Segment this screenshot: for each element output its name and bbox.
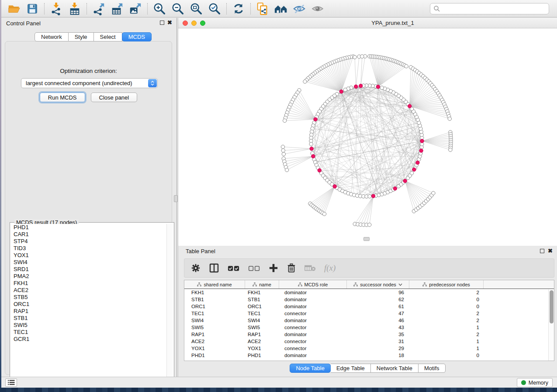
mcds-result-item[interactable]: PMA2: [11, 273, 166, 280]
cell-successor-nodes: 43: [347, 325, 409, 330]
float-panel-icon[interactable]: [160, 21, 164, 25]
mcds-result-item[interactable]: CAR1: [11, 231, 166, 238]
mcds-result-item[interactable]: YOX1: [11, 252, 166, 259]
node-table-body: FKH1FKH1dominator962STB1STB1dominator620…: [184, 289, 554, 359]
network-titlebar[interactable]: YPA_prune.txt_1: [178, 18, 557, 28]
mcds-result-item[interactable]: STB5: [11, 294, 166, 301]
table-row[interactable]: RAP1RAP1dominator352: [184, 331, 554, 338]
mcds-result-item[interactable]: TEC1: [11, 329, 166, 336]
mcds-result-item[interactable]: PHD1: [11, 224, 166, 231]
select-all-icon[interactable]: [228, 261, 240, 275]
table-scrollbar-thumb[interactable]: [550, 290, 554, 323]
tab-edge-table[interactable]: Edge Table: [331, 364, 371, 373]
table-row[interactable]: FKH1FKH1dominator962: [184, 289, 554, 296]
cell-name: ACE2: [245, 339, 279, 344]
mcds-result-item[interactable]: GCR1: [11, 336, 166, 343]
column-header-mcds-role[interactable]: MCDS role: [279, 280, 347, 289]
column-type-icon: [298, 282, 302, 287]
open-network-file-icon[interactable]: [255, 2, 270, 16]
close-panel-button[interactable]: Close panel: [91, 93, 138, 102]
mcds-result-item[interactable]: TID3: [11, 245, 166, 252]
cell-name: YOX1: [245, 346, 279, 351]
table-row[interactable]: TEC1TEC1connector472: [184, 310, 554, 317]
hide-selected-icon[interactable]: [292, 2, 307, 16]
criterion-dropdown[interactable]: largest connected component (undirected): [21, 78, 158, 88]
import-table-icon[interactable]: [67, 2, 82, 16]
close-table-panel-icon[interactable]: ✖: [548, 248, 553, 253]
mcds-result-item[interactable]: SWI5: [11, 322, 166, 329]
zoom-out-icon[interactable]: [170, 2, 185, 16]
export-image-icon[interactable]: [128, 2, 143, 16]
table-scrollbar[interactable]: [548, 289, 554, 361]
vertical-splitter-handle[interactable]: [174, 195, 178, 202]
mcds-result-item[interactable]: STP4: [11, 238, 166, 245]
mcds-result-item[interactable]: STB1: [11, 315, 166, 322]
tab-style[interactable]: Style: [69, 32, 94, 41]
search-box[interactable]: [430, 3, 549, 14]
tab-network[interactable]: Network: [35, 32, 69, 41]
table-row[interactable]: STB1STB1dominator620: [184, 296, 554, 303]
table-row[interactable]: PHD1PHD1dominator180: [184, 352, 554, 359]
table-row[interactable]: ORC1ORC1dominator610: [184, 303, 554, 310]
task-history-button[interactable]: [5, 378, 17, 387]
criterion-value: largest connected component (undirected): [26, 80, 132, 86]
list-icon: [8, 380, 15, 385]
cell-successor-nodes: 46: [347, 318, 409, 323]
float-table-panel-icon[interactable]: [540, 249, 544, 253]
table-options-icon[interactable]: [191, 261, 201, 275]
cell-shared-name: PHD1: [184, 353, 245, 358]
network-graph[interactable]: [178, 28, 557, 246]
tab-motifs[interactable]: Motifs: [419, 364, 446, 373]
first-neighbors-icon[interactable]: [273, 2, 288, 16]
open-folder-icon[interactable]: [7, 2, 21, 16]
add-column-icon[interactable]: [269, 261, 278, 275]
run-mcds-button[interactable]: Run MCDS: [40, 93, 85, 102]
export-network-icon[interactable]: [91, 2, 106, 16]
unselect-all-icon[interactable]: [248, 261, 260, 275]
zoom-selected-icon[interactable]: [207, 2, 222, 16]
cell-successor-nodes: 61: [347, 304, 409, 309]
control-panel-tabs: NetworkStyleSelectMCDS: [35, 32, 152, 41]
column-header-successor-nodes[interactable]: successor nodes: [347, 280, 409, 289]
table-row[interactable]: ACE2ACE2connector311: [184, 338, 554, 345]
cell-name: RAP1: [245, 332, 279, 337]
show-all-icon[interactable]: [310, 2, 325, 16]
cell-predecessor-nodes: 0: [409, 297, 484, 302]
column-header-shared-name[interactable]: shared name: [184, 280, 245, 289]
table-row[interactable]: YOX1YOX1connector291: [184, 345, 554, 352]
show-columns-icon[interactable]: [209, 261, 219, 275]
mcds-result-item[interactable]: SWI4: [11, 259, 166, 266]
tab-mcds[interactable]: MCDS: [122, 32, 152, 41]
tab-node-table[interactable]: Node Table: [290, 364, 331, 373]
table-row[interactable]: SWI4SWI4dominator462: [184, 317, 554, 324]
search-input[interactable]: [440, 6, 549, 12]
zoom-in-icon[interactable]: [152, 2, 167, 16]
memory-button[interactable]: Memory: [517, 378, 553, 387]
mcds-result-item[interactable]: ORC1: [11, 301, 166, 308]
mcds-list-scrollbar[interactable]: [166, 224, 173, 378]
horizontal-splitter-handle[interactable]: [363, 237, 370, 241]
tab-select[interactable]: Select: [94, 32, 122, 41]
column-header-name[interactable]: name: [245, 280, 279, 289]
import-network-icon[interactable]: [49, 2, 64, 16]
export-table-icon[interactable]: [110, 2, 125, 16]
tab-network-table[interactable]: Network Table: [371, 364, 419, 373]
cell-mcds-role: connector: [279, 339, 347, 344]
mcds-result-item[interactable]: FKH1: [11, 280, 166, 287]
mcds-result-list[interactable]: PHD1CAR1STP4TID3YOX1SWI4SRD1PMA2FKH1ACE2…: [11, 224, 166, 378]
mcds-result-item[interactable]: RAP1: [11, 308, 166, 315]
cell-predecessor-nodes: 2: [409, 318, 484, 323]
close-panel-icon[interactable]: ✖: [167, 20, 172, 25]
column-header-predecessor-nodes[interactable]: predecessor nodes: [409, 280, 484, 289]
mcds-result-item[interactable]: SRD1: [11, 266, 166, 273]
network-title: YPA_prune.txt_1: [178, 20, 557, 26]
zoom-fit-icon[interactable]: [189, 2, 204, 16]
mcds-result-item[interactable]: ACE2: [11, 287, 166, 294]
save-session-icon[interactable]: [25, 2, 40, 16]
table-row[interactable]: SWI5SWI5connector431: [184, 324, 554, 331]
network-canvas[interactable]: [178, 28, 557, 246]
refresh-view-icon[interactable]: [231, 2, 246, 16]
delete-table-icon[interactable]: [304, 261, 316, 275]
delete-column-icon[interactable]: [287, 261, 296, 275]
function-builder-icon[interactable]: f(x): [324, 261, 336, 275]
